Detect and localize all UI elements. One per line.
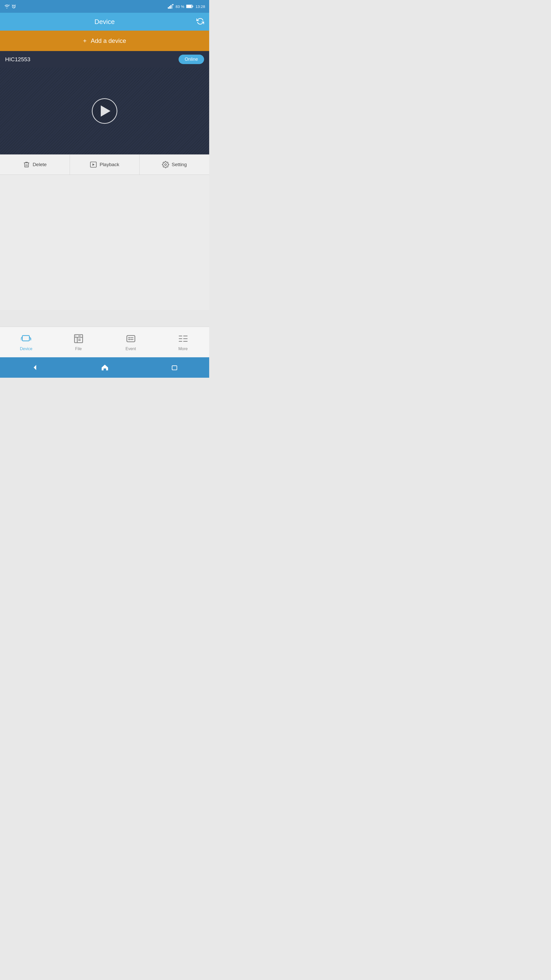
play-button[interactable] — [92, 98, 118, 124]
battery-icon — [186, 4, 193, 8]
svg-rect-10 — [192, 6, 193, 7]
device-card-header: HIC12553 Online — [0, 51, 209, 68]
trash-icon — [23, 161, 30, 168]
gear-icon — [162, 161, 169, 168]
add-device-label: Add a device — [91, 37, 126, 45]
device-name: HIC12553 — [5, 56, 30, 63]
svg-rect-4 — [170, 5, 171, 9]
nav-item-device[interactable]: Device — [0, 333, 52, 351]
more-nav-icon — [178, 333, 189, 345]
plus-icon: + — [83, 38, 87, 44]
battery-level: 83 % — [176, 4, 184, 9]
svg-point-18 — [129, 339, 129, 340]
device-preview[interactable] — [0, 68, 209, 154]
status-right: 83 % 13:28 — [168, 4, 205, 9]
delete-label: Delete — [33, 162, 47, 167]
bottom-nav: Device File Event — [0, 327, 209, 357]
svg-rect-9 — [186, 5, 192, 8]
nav-device-label: Device — [20, 347, 32, 351]
svg-rect-16 — [127, 335, 135, 342]
header-title: Device — [94, 18, 114, 26]
online-badge: Online — [179, 55, 204, 64]
app-header: Device — [0, 13, 209, 30]
svg-rect-14 — [22, 335, 29, 341]
svg-rect-2 — [168, 7, 169, 9]
svg-rect-3 — [169, 6, 170, 9]
nav-file-label: File — [75, 347, 82, 351]
time-display: 13:28 — [195, 4, 205, 9]
setting-label: Setting — [171, 162, 187, 167]
home-button[interactable] — [101, 364, 109, 371]
signal-icon — [168, 4, 173, 9]
back-button[interactable] — [31, 364, 39, 371]
delete-button[interactable]: Delete — [0, 155, 70, 175]
action-buttons: Delete Playback Setting — [0, 154, 209, 175]
svg-marker-26 — [102, 365, 108, 371]
svg-point-13 — [165, 164, 167, 165]
device-card: HIC12553 Online — [0, 51, 209, 154]
svg-point-17 — [129, 337, 129, 338]
setting-button[interactable]: Setting — [140, 155, 209, 175]
status-icons: ? — [4, 4, 16, 9]
recents-button[interactable] — [171, 364, 178, 371]
nav-item-event[interactable]: Event — [105, 333, 157, 351]
device-nav-icon — [21, 333, 32, 345]
alarm-icon — [11, 4, 16, 9]
event-nav-icon — [125, 333, 136, 345]
file-nav-icon — [73, 333, 84, 345]
status-bar: ? 83 % 13:28 — [0, 0, 209, 13]
svg-rect-27 — [172, 366, 177, 370]
add-device-banner[interactable]: + Add a device — [0, 30, 209, 51]
nav-event-label: Event — [125, 347, 136, 351]
refresh-button[interactable] — [197, 18, 204, 26]
play-icon — [101, 105, 110, 117]
nav-more-label: More — [178, 347, 187, 351]
svg-marker-25 — [34, 365, 36, 370]
svg-text:?: ? — [9, 4, 10, 6]
wifi-icon: ? — [4, 4, 10, 9]
playback-icon — [90, 161, 97, 168]
content-area — [0, 175, 209, 310]
playback-button[interactable]: Playback — [70, 155, 140, 175]
svg-marker-12 — [93, 163, 95, 165]
system-nav-bar — [0, 357, 209, 378]
nav-item-file[interactable]: File — [52, 333, 105, 351]
nav-item-more[interactable]: More — [157, 333, 209, 351]
playback-label: Playback — [100, 162, 119, 167]
